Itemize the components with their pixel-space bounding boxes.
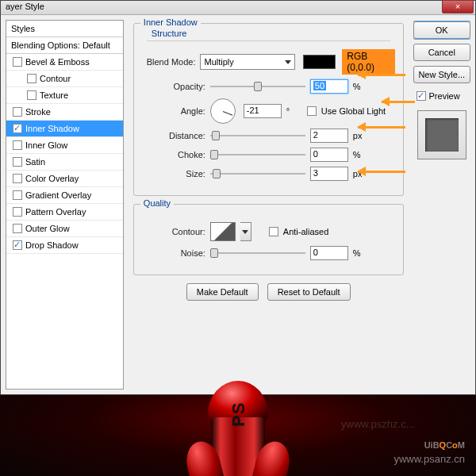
effect-checkbox[interactable] <box>13 57 22 67</box>
choke-slider[interactable] <box>210 149 305 160</box>
effect-item-inner-glow[interactable]: Inner Glow <box>6 137 123 154</box>
watermark-brand: UiBQCoM <box>424 436 465 452</box>
opacity-label: Opacity: <box>142 82 205 91</box>
effect-checkbox[interactable] <box>13 157 22 167</box>
annotation-arrow <box>358 123 413 131</box>
effect-item-outer-glow[interactable]: Outer Glow <box>6 221 123 237</box>
blending-options-header[interactable]: Blending Options: Default <box>6 37 123 54</box>
effect-item-pattern-overlay[interactable]: Pattern Overlay <box>6 204 123 221</box>
blend-mode-label: Blend Mode: <box>142 57 196 67</box>
effect-checkbox[interactable] <box>27 74 36 83</box>
distance-slider[interactable] <box>210 130 305 141</box>
effect-item-contour[interactable]: Contour <box>6 71 123 87</box>
unit-percent: % <box>353 82 369 91</box>
effect-checkbox[interactable] <box>13 174 22 183</box>
effect-label: Gradient Overlay <box>25 190 91 200</box>
ok-button[interactable]: OK <box>413 21 470 39</box>
opacity-input[interactable]: 50 <box>310 79 348 94</box>
angle-label: Angle: <box>142 106 205 116</box>
effect-checkbox[interactable] <box>13 107 22 117</box>
blend-mode-value: Multiply <box>204 57 233 67</box>
choke-input[interactable]: 0 <box>310 148 348 162</box>
noise-slider[interactable] <box>210 248 305 259</box>
use-global-light-checkbox[interactable] <box>307 106 317 116</box>
effect-label: Contour <box>40 74 71 83</box>
antialiased-checkbox[interactable] <box>269 227 278 236</box>
effect-item-drop-shadow[interactable]: Drop Shadow <box>6 237 123 254</box>
effect-item-gradient-overlay[interactable]: Gradient Overlay <box>6 187 123 204</box>
watermark-url: ywww.psanz.cn <box>393 453 465 465</box>
close-button[interactable]: × <box>442 0 474 13</box>
color-swatch[interactable] <box>303 55 336 69</box>
opacity-slider[interactable] <box>210 81 305 92</box>
blend-mode-select[interactable]: Multiply <box>200 54 295 70</box>
effect-checkbox[interactable] <box>13 124 22 133</box>
effect-label: Color Overlay <box>25 174 79 183</box>
panel-heading: Inner Shadow <box>140 17 201 27</box>
effect-label: Inner Shadow <box>25 124 79 133</box>
effect-label: Pattern Overlay <box>25 207 86 217</box>
unit-percent: % <box>353 248 369 258</box>
effects-list: Styles Blending Options: Default Bevel &… <box>6 20 124 390</box>
effect-label: Stroke <box>25 107 51 117</box>
noise-input[interactable]: 0 <box>310 246 348 260</box>
effect-label: Drop Shadow <box>25 240 79 250</box>
annotation-arrow <box>358 167 413 175</box>
dialog-buttons: OK Cancel New Style... ✓ Preview <box>413 20 470 390</box>
new-style-button[interactable]: New Style... <box>413 66 470 83</box>
unit-px: px <box>353 131 369 140</box>
size-slider[interactable] <box>210 168 305 179</box>
watermark: ywww.pszhz.c... <box>341 418 414 430</box>
effect-checkbox[interactable] <box>13 190 22 200</box>
structure-label: Structure <box>148 29 190 38</box>
effect-checkbox[interactable] <box>13 224 22 233</box>
reset-default-button[interactable]: Reset to Default <box>267 283 351 301</box>
choke-label: Choke: <box>142 150 205 159</box>
effect-item-satin[interactable]: Satin <box>6 154 123 171</box>
titlebar: ayer Style × <box>1 1 475 15</box>
effect-item-texture[interactable]: Texture <box>6 87 123 104</box>
unit-percent: % <box>353 150 369 159</box>
layer-style-dialog: ayer Style × Styles Blending Options: De… <box>0 0 476 395</box>
effect-item-bevel-emboss[interactable]: Bevel & Emboss <box>6 54 123 71</box>
styles-header[interactable]: Styles <box>6 21 123 37</box>
contour-dropdown[interactable] <box>240 222 251 241</box>
effect-label: Texture <box>40 90 68 100</box>
effect-label: Inner Glow <box>25 140 67 150</box>
distance-input[interactable]: 2 <box>310 129 348 143</box>
effect-checkbox[interactable] <box>27 90 36 100</box>
effect-item-color-overlay[interactable]: Color Overlay <box>6 171 123 187</box>
angle-dial[interactable] <box>210 98 236 124</box>
contour-label: Contour: <box>142 227 205 236</box>
chevron-down-icon <box>285 60 291 64</box>
make-default-button[interactable]: Make Default <box>186 283 259 301</box>
annotation-arrow <box>358 71 413 79</box>
size-input[interactable]: 3 <box>310 167 348 181</box>
annotation-arrow <box>382 98 423 106</box>
preview-swatch <box>417 110 466 159</box>
effect-item-inner-shadow[interactable]: Inner Shadow <box>6 121 123 137</box>
effect-label: Satin <box>25 157 45 167</box>
use-global-light-label: Use Global Light <box>321 106 386 116</box>
quality-label: Quality <box>140 198 174 208</box>
unit-degree: ° <box>286 106 302 116</box>
antialiased-label: Anti-aliased <box>283 227 328 236</box>
contour-picker[interactable] <box>210 222 236 241</box>
preview-label: Preview <box>429 91 460 101</box>
effect-item-stroke[interactable]: Stroke <box>6 104 123 121</box>
chevron-down-icon <box>242 230 248 234</box>
effect-label: Outer Glow <box>25 224 70 233</box>
window-title: ayer Style <box>6 2 44 11</box>
noise-label: Noise: <box>142 248 205 258</box>
rocket-graphic: PS <box>184 381 292 476</box>
distance-label: Distance: <box>142 131 205 140</box>
size-label: Size: <box>142 169 205 178</box>
angle-input[interactable]: -21 <box>244 104 282 118</box>
effect-checkbox[interactable] <box>13 240 22 250</box>
effect-checkbox[interactable] <box>13 207 22 217</box>
cancel-button[interactable]: Cancel <box>413 44 470 61</box>
effect-label: Bevel & Emboss <box>25 57 90 67</box>
effect-checkbox[interactable] <box>13 140 22 150</box>
